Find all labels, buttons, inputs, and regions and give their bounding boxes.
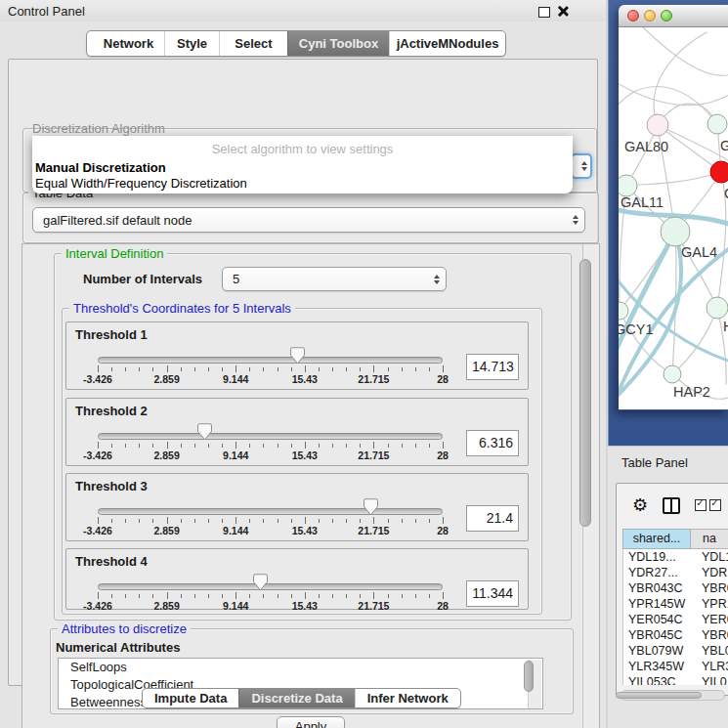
slider-ticks [98, 442, 443, 450]
cell-name[interactable]: YPR1 [692, 596, 728, 612]
horizontal-scrollbar[interactable] [621, 690, 725, 701]
threshold-slider[interactable]: -3.4262.8599.14415.4321.71528 [98, 428, 443, 463]
minimize-traffic-light-icon[interactable] [644, 10, 656, 21]
combobox-arrows-icon [581, 161, 587, 171]
gear-icon[interactable]: ⚙ [632, 496, 648, 514]
cell-name[interactable]: YLR3 [692, 659, 728, 674]
threshold-value-field[interactable]: 11.344 [466, 580, 519, 607]
cell-name[interactable]: YIL0 [692, 674, 728, 685]
network-node-gal4[interactable] [661, 217, 690, 246]
table-row[interactable]: YBR043CYBR0 [623, 580, 728, 596]
tab-jactivemnodules[interactable]: jActiveMNodules [389, 31, 505, 56]
threshold-value-field[interactable]: 14.713 [466, 354, 519, 380]
control-panel-tabbar: NetworkStyleSelectCyni ToolboxjActiveMNo… [86, 30, 506, 57]
threshold-value-field[interactable]: 6.316 [466, 430, 519, 456]
tick-label: 28 [437, 450, 449, 461]
network-canvas[interactable]: GAL80GCGAL11GAL4GCY1HHAP2 [619, 27, 728, 409]
tab-impute-data[interactable]: Impute Data [143, 689, 238, 707]
algorithm-option-equal-width-frequency-discretization[interactable]: Equal Width/Frequency Discretization [32, 176, 573, 192]
network-node-g[interactable] [707, 114, 727, 134]
tick-mark [360, 519, 361, 523]
cell-shared-name[interactable]: YBR045C [623, 627, 692, 643]
table-row[interactable]: YIL053CYIL0 [623, 674, 728, 685]
close-traffic-light-icon[interactable] [627, 10, 639, 21]
slider-track[interactable] [98, 433, 443, 440]
table-row[interactable]: YPR145WYPR1 [623, 596, 728, 612]
number-of-intervals-spinner[interactable]: 5 [222, 267, 447, 291]
cell-shared-name[interactable]: YIL053C [623, 674, 692, 685]
list-scrollbar[interactable] [528, 660, 541, 708]
checkbox-icon[interactable] [695, 499, 707, 511]
table-row[interactable]: YER054CYER0 [623, 612, 728, 627]
scrollbar-thumb[interactable] [524, 661, 534, 692]
tick-label: 9.144 [223, 373, 248, 385]
cell-name[interactable]: YDL1 [692, 549, 728, 565]
slider-thumb[interactable] [253, 574, 268, 591]
table-row[interactable]: YBR045CYBR0 [623, 627, 728, 643]
cell-shared-name[interactable]: YER054C [623, 612, 692, 627]
threshold-slider[interactable]: -3.4262.8599.14415.4321.71528 [98, 503, 443, 538]
attribute-item-selfloops[interactable]: SelfLoops [59, 659, 542, 676]
tab-style[interactable]: Style [164, 31, 219, 56]
apply-button[interactable]: Apply [277, 716, 345, 728]
network-window-titlebar[interactable] [619, 5, 728, 27]
table-row[interactable]: YDR27...YDR2 [623, 565, 728, 580]
network-node-gcy1[interactable] [619, 302, 628, 320]
cell-shared-name[interactable]: YLR345W [623, 659, 692, 674]
cell-name[interactable]: YDR2 [692, 565, 728, 580]
table-row[interactable]: YDL19...YDL1 [623, 549, 728, 565]
cell-name[interactable]: YBR0 [692, 580, 728, 596]
close-icon[interactable] [557, 5, 569, 17]
network-node-c[interactable] [710, 161, 728, 183]
table-data-combobox[interactable]: galFiltered.sif default node [32, 207, 585, 233]
float-window-icon[interactable] [538, 7, 550, 18]
cell-shared-name[interactable]: YBR043C [623, 580, 692, 596]
column-select-icons[interactable] [695, 499, 721, 511]
algorithm-option-manual-discretization[interactable]: Manual Discretization [32, 160, 573, 176]
cell-shared-name[interactable]: YBL079W [623, 643, 692, 659]
tab-select[interactable]: Select [219, 31, 287, 56]
tick-mark [208, 519, 209, 523]
zoom-traffic-light-icon[interactable] [661, 10, 672, 21]
cell-shared-name[interactable]: YPR145W [623, 596, 692, 612]
slider-thumb[interactable] [290, 347, 305, 364]
tab-network[interactable]: Network [87, 31, 164, 56]
slider-track[interactable] [98, 508, 443, 515]
network-graph[interactable]: GAL80GCGAL11GAL4GCY1HHAP2 [619, 27, 728, 409]
column-header-shared-name[interactable]: shared... [622, 529, 691, 549]
threshold-slider[interactable]: -3.4262.8599.14415.4321.71528 [98, 352, 443, 387]
network-node-gal11[interactable] [619, 175, 637, 196]
checkbox-icon[interactable] [709, 499, 721, 511]
cell-name[interactable]: YBL0 [692, 643, 728, 659]
slider-thumb[interactable] [197, 423, 212, 441]
algorithm-combobox[interactable] [571, 153, 592, 179]
table-row[interactable]: YBL079WYBL0 [623, 643, 728, 659]
number-of-intervals-label: Number of Intervals [83, 272, 202, 286]
cell-name[interactable]: YER0 [692, 612, 728, 627]
tick-mark [236, 365, 236, 372]
column-header-name[interactable]: na [691, 529, 728, 549]
network-node-hap2[interactable] [664, 365, 681, 383]
tab-cyni-toolbox[interactable]: Cyni Toolbox [287, 31, 389, 56]
slider-track[interactable] [98, 583, 443, 590]
scrollbar-thumb[interactable] [579, 259, 591, 527]
tick-mark [98, 365, 99, 372]
cell-shared-name[interactable]: YDL19... [623, 549, 692, 565]
tab-infer-network[interactable]: Infer Network [355, 689, 460, 707]
table-row[interactable]: YLR345WYLR3 [623, 659, 728, 674]
cell-name[interactable]: YBR0 [692, 627, 728, 643]
vertical-scrollbar[interactable] [582, 244, 599, 728]
network-node-gal80[interactable] [647, 114, 668, 136]
tick-mark [319, 519, 320, 523]
network-window[interactable]: GAL80GCGAL11GAL4GCY1HHAP2 [619, 5, 728, 410]
scrollbar-thumb[interactable] [616, 692, 702, 699]
tab-discretize-data[interactable]: Discretize Data [238, 689, 354, 707]
slider-thumb[interactable] [364, 498, 378, 516]
cell-shared-name[interactable]: YDR27... [623, 565, 692, 580]
threshold-slider[interactable]: -3.4262.8599.14415.4321.71528 [98, 578, 443, 614]
network-node-h[interactable] [707, 297, 728, 319]
split-view-icon[interactable] [663, 497, 680, 514]
tick-mark [402, 367, 403, 371]
slider-track[interactable] [98, 357, 443, 364]
threshold-value-field[interactable]: 21.4 [466, 505, 519, 532]
